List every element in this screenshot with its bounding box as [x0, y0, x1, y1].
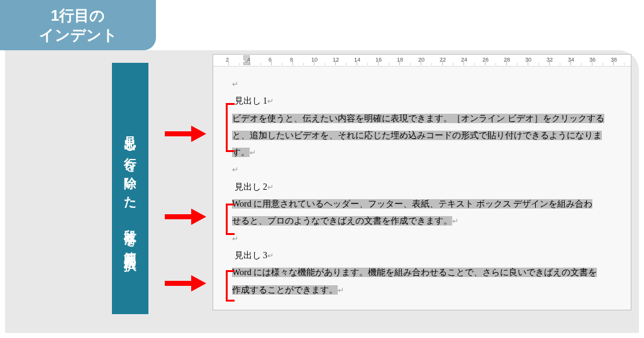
heading-line: 見出し 2↵ — [232, 178, 626, 195]
ruler-label: 26 — [482, 57, 489, 63]
return-mark: ↵ — [267, 97, 274, 106]
return-mark: ↵ — [338, 286, 344, 295]
ruler-label: 32 — [547, 57, 553, 63]
ruler-label: 38 — [611, 57, 617, 63]
ruler-label: 22 — [440, 57, 446, 63]
body-line: 作成することができます。↵ — [232, 281, 626, 298]
selected-text: 作成することができます。 — [232, 285, 338, 295]
ruler-label: 28 — [504, 57, 510, 63]
body-line: と、追加したいビデオを、それに応じた埋め込みコードの形式で貼り付けできるようにな… — [232, 127, 626, 144]
arrow-2 — [165, 209, 209, 225]
selected-text: せると、プロのようなできばえの文書を作成できます。 — [232, 216, 452, 226]
body-line: せると、プロのようなできばえの文書を作成できます。↵ — [232, 212, 626, 229]
title-line1: 1行目の — [51, 7, 105, 24]
ruler-label: 16 — [375, 57, 382, 63]
ruler-label: 20 — [418, 57, 425, 63]
selected-text: ビデオを使うと、伝えたい内容を明確に表現できます。［オンライン ビデオ］をクリッ… — [232, 114, 604, 123]
selected-text: Word には様々な機能があります。機能を組み合わせることで、さらに良いできばえ… — [232, 268, 597, 277]
word-document: 2468101214161820222426283032343638 ↵ 見出し… — [213, 54, 631, 310]
return-mark: ↵ — [267, 251, 274, 260]
arrow-1 — [165, 126, 209, 142]
return-mark: ↵ — [232, 234, 238, 243]
heading-line: 見出し 1↵ — [232, 92, 626, 109]
return-mark: ↵ — [250, 148, 256, 157]
blank-line: ↵ — [232, 230, 626, 247]
ruler-label: 24 — [461, 57, 467, 63]
ruler-label: 10 — [311, 57, 318, 63]
ruler-label: 36 — [589, 57, 596, 63]
callout-box: 見出し行を除いた 段落を範囲選択 — [112, 63, 148, 314]
return-mark: ↵ — [452, 217, 458, 226]
body-line: Word には様々な機能があります。機能を組み合わせることで、さらに良いできばえ… — [232, 264, 626, 281]
ruler-label: 18 — [397, 57, 403, 63]
ruler-label: 34 — [568, 57, 574, 63]
ruler-label: 12 — [333, 57, 339, 63]
blank-line: ↵ — [232, 75, 626, 92]
title-tab: 1行目の インデント — [0, 0, 156, 50]
page-body[interactable]: ↵ 見出し 1↵ビデオを使うと、伝えたい内容を明確に表現できます。［オンライン … — [213, 67, 631, 298]
blank-line: ↵ — [232, 161, 626, 178]
return-mark: ↵ — [232, 80, 238, 89]
callout-line1: 見出し行を除いた — [123, 126, 137, 204]
content-canvas: 見出し行を除いた 段落を範囲選択 24681012141618202224262… — [5, 50, 639, 333]
title-line2: インデント — [39, 26, 118, 43]
return-mark: ↵ — [232, 165, 238, 174]
selected-text: Word に用意されているヘッダー、フッター、表紙、テキスト ボックス デザイン… — [232, 199, 592, 209]
heading-line: 見出し 3↵ — [232, 247, 626, 264]
body-line: Word に用意されているヘッダー、フッター、表紙、テキスト ボックス デザイン… — [232, 195, 626, 212]
callout-line2: 段落を範囲選択 — [123, 220, 137, 252]
selected-text: と、追加したいビデオを、それに応じた埋め込みコードの形式で貼り付けできるようにな… — [232, 131, 602, 140]
ruler: 2468101214161820222426283032343638 — [213, 55, 631, 67]
selected-text: す。 — [232, 148, 250, 157]
arrow-3 — [165, 275, 209, 292]
return-mark: ↵ — [267, 183, 274, 192]
ruler-label: 14 — [354, 57, 360, 63]
body-line: ビデオを使うと、伝えたい内容を明確に表現できます。［オンライン ビデオ］をクリッ… — [232, 110, 626, 127]
body-line: す。↵ — [232, 144, 626, 161]
ruler-label: 30 — [525, 57, 531, 63]
